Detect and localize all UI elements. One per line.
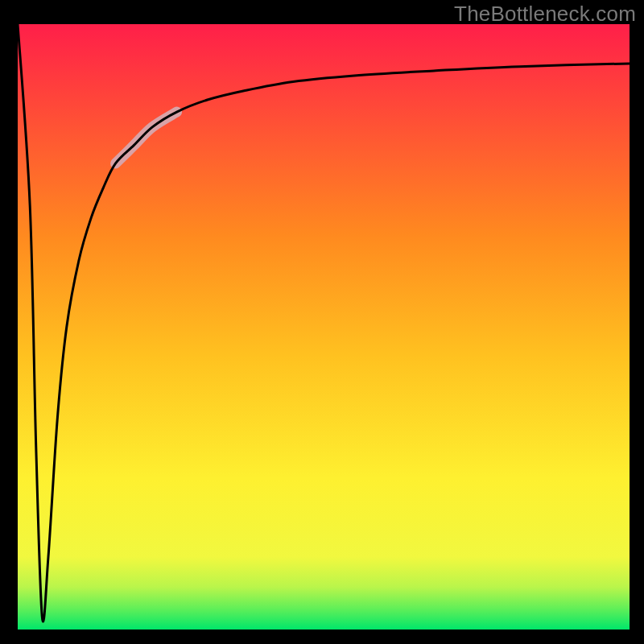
chart-container: TheBottleneck.com [0, 0, 644, 644]
plot-background [18, 24, 630, 630]
bottleneck-chart [0, 0, 644, 644]
watermark-text: TheBottleneck.com [454, 2, 636, 27]
